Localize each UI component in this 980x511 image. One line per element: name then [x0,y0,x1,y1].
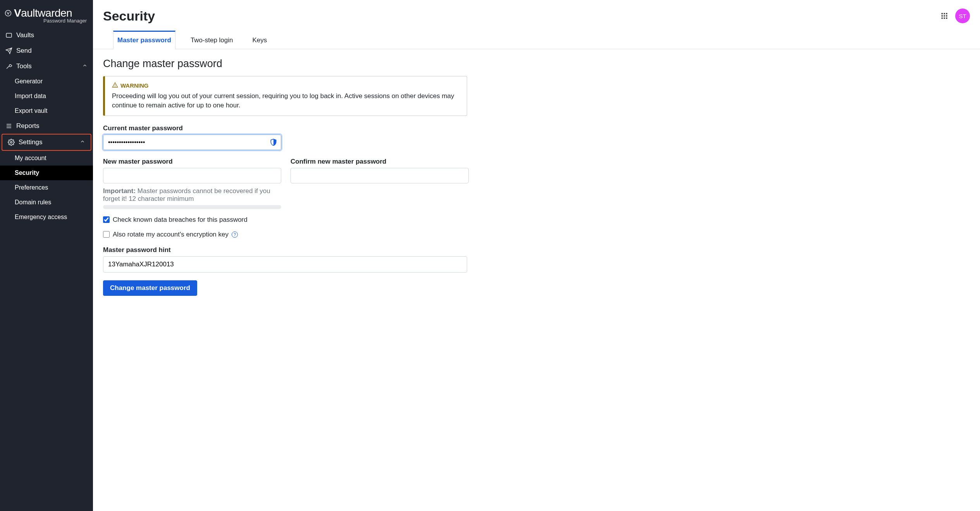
check-breaches-checkbox[interactable] [103,216,110,223]
current-password-input[interactable] [103,135,281,150]
sidebar-item-vaults[interactable]: Vaults [0,28,93,43]
svg-rect-7 [944,13,945,14]
sidebar-label: Reports [16,122,40,130]
sidebar-label: My account [15,155,46,162]
sidebar-label: Security [15,169,39,176]
sidebar-label: Export vault [15,107,47,114]
page-title: Security [103,9,281,24]
svg-rect-11 [946,15,947,16]
svg-rect-13 [944,17,945,19]
logo-icon [5,7,12,19]
gear-icon [8,139,15,146]
rotate-key-checkbox[interactable] [103,231,110,238]
warning-callout: WARNING Proceeding will log you out of y… [103,76,467,116]
sidebar-item-preferences[interactable]: Preferences [0,180,93,195]
svg-rect-6 [942,13,943,14]
warning-icon [112,82,118,89]
main-content: Security Master password Two-step login … [93,0,980,511]
svg-rect-12 [942,17,943,19]
warning-label: WARNING [120,82,149,89]
topbar: Security Master password Two-step login … [93,0,980,49]
sidebar-label: Import data [15,93,46,100]
svg-rect-1 [6,33,12,38]
svg-rect-14 [946,17,947,19]
sidebar-label: Vaults [16,31,34,39]
tab-master-password[interactable]: Master password [113,31,175,49]
sidebar-label: Settings [19,138,42,146]
sidebar-item-settings[interactable]: Settings [2,135,91,150]
logo: Vaultwarden Password Manager [0,0,93,28]
sidebar-item-import[interactable]: Import data [0,89,93,104]
list-icon [5,123,12,129]
sidebar-label: Preferences [15,184,48,191]
rotate-key-label: Also rotate my account's encryption key [113,231,229,238]
section-heading: Change master password [103,58,559,70]
svg-point-5 [10,142,12,143]
sidebar-label: Emergency access [15,214,67,221]
sidebar-item-tools[interactable]: Tools [0,59,93,74]
sidebar-item-domain-rules[interactable]: Domain rules [0,195,93,210]
new-password-input[interactable] [103,168,281,183]
apps-grid-icon[interactable] [940,12,948,20]
sidebar-item-emergency[interactable]: Emergency access [0,210,93,224]
shield-icon[interactable] [270,138,277,146]
current-password-label: Current master password [103,124,559,132]
tab-two-step[interactable]: Two-step login [186,31,237,49]
warning-body: Proceeding will log you out of your curr… [112,91,460,110]
svg-rect-9 [942,15,943,16]
important-note: Important: Master passwords cannot be re… [103,187,281,203]
new-password-label: New master password [103,158,281,166]
sidebar-item-generator[interactable]: Generator [0,74,93,89]
help-icon[interactable]: ? [232,231,238,238]
sidebar-label: Send [16,47,32,55]
check-breaches-label: Check known data breaches for this passw… [113,216,248,224]
confirm-password-label: Confirm new master password [291,158,469,166]
sidebar: Vaultwarden Password Manager Vaults Send… [0,0,93,511]
sidebar-label: Tools [16,62,32,70]
hint-label: Master password hint [103,246,559,254]
svg-rect-8 [946,13,947,14]
sidebar-item-export[interactable]: Export vault [0,104,93,118]
wrench-icon [5,63,12,70]
chevron-up-icon [82,62,88,70]
svg-rect-10 [944,15,945,16]
sidebar-item-send[interactable]: Send [0,43,93,59]
confirm-password-input[interactable] [291,168,469,183]
tab-keys[interactable]: Keys [248,31,272,49]
send-icon [5,47,12,54]
password-strength-bar [103,205,281,209]
svg-point-16 [115,86,115,86]
hint-input[interactable] [103,256,467,273]
avatar[interactable]: ST [955,9,970,23]
change-password-button[interactable]: Change master password [103,280,197,296]
tabs: Master password Two-step login Keys [103,31,281,49]
chevron-up-icon [80,138,85,146]
sidebar-label: Generator [15,78,43,85]
sidebar-item-my-account[interactable]: My account [0,151,93,166]
sidebar-item-reports[interactable]: Reports [0,118,93,134]
svg-point-0 [5,10,11,16]
sidebar-label: Domain rules [15,199,51,206]
content-area: Change master password WARNING Proceedin… [93,49,569,311]
vault-icon [5,32,12,39]
sidebar-item-security[interactable]: Security [0,166,93,180]
